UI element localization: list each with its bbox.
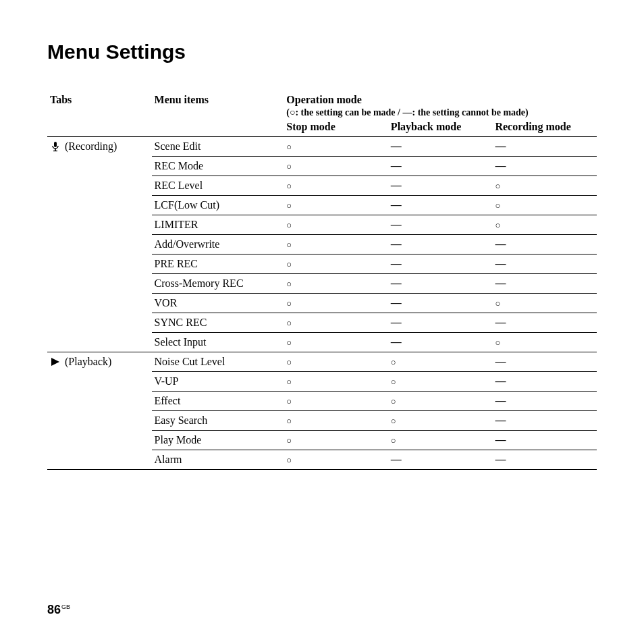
tab-cell bbox=[47, 294, 152, 313]
page-num: 86 bbox=[47, 603, 61, 616]
tab-cell bbox=[47, 411, 152, 431]
playback-cell bbox=[388, 215, 493, 235]
recording-cell bbox=[492, 196, 597, 215]
playback-cell bbox=[388, 352, 493, 372]
table-row: LIMITER bbox=[47, 215, 597, 235]
col-tabs: Tabs bbox=[47, 90, 152, 137]
opmode-label: Operation mode bbox=[286, 94, 362, 105]
table-row: Add/Overwrite bbox=[47, 235, 597, 254]
recording-cell bbox=[492, 411, 597, 431]
playback-cell bbox=[388, 372, 493, 392]
menu-item: Alarm bbox=[152, 450, 284, 470]
playback-cell bbox=[388, 176, 493, 196]
table-row: Play Mode bbox=[47, 431, 597, 450]
tab-cell bbox=[47, 333, 152, 352]
table-row: REC Mode bbox=[47, 157, 597, 176]
page-region: GB bbox=[61, 603, 70, 610]
menu-item: Play Mode bbox=[152, 431, 284, 450]
recording-cell bbox=[492, 137, 597, 157]
playback-cell bbox=[388, 137, 493, 157]
menu-item: Easy Search bbox=[152, 411, 284, 431]
tab-cell bbox=[47, 176, 152, 196]
tab-cell bbox=[47, 254, 152, 274]
table-row: PRE REC bbox=[47, 254, 597, 274]
table-row: Effect bbox=[47, 392, 597, 411]
menu-item: LIMITER bbox=[152, 215, 284, 235]
recording-cell bbox=[492, 274, 597, 294]
recording-cell bbox=[492, 313, 597, 333]
playback-cell bbox=[388, 392, 493, 411]
page-title: Menu Settings bbox=[47, 41, 597, 63]
tab-cell bbox=[47, 392, 152, 411]
recording-cell bbox=[492, 450, 597, 470]
stop-cell bbox=[284, 235, 388, 254]
stop-cell bbox=[284, 333, 388, 352]
table-row: VOR bbox=[47, 294, 597, 313]
recording-cell bbox=[492, 333, 597, 352]
stop-cell bbox=[284, 137, 388, 157]
playback-cell bbox=[388, 294, 493, 313]
tab-label: (Recording) bbox=[65, 140, 117, 153]
recording-cell bbox=[492, 157, 597, 176]
menu-item: PRE REC bbox=[152, 254, 284, 274]
stop-cell bbox=[284, 313, 388, 333]
playback-cell bbox=[388, 411, 493, 431]
table-row: Select Input bbox=[47, 333, 597, 352]
tab-cell: (Playback) bbox=[47, 352, 152, 372]
tab-cell bbox=[47, 431, 152, 450]
table-row: (Playback)Noise Cut Level bbox=[47, 352, 597, 372]
stop-cell bbox=[284, 372, 388, 392]
menu-item: Select Input bbox=[152, 333, 284, 352]
table-row: REC Level bbox=[47, 176, 597, 196]
playback-cell bbox=[388, 235, 493, 254]
recording-cell bbox=[492, 215, 597, 235]
menu-item: REC Mode bbox=[152, 157, 284, 176]
table-row: V-UP bbox=[47, 372, 597, 392]
recording-cell bbox=[492, 235, 597, 254]
stop-cell bbox=[284, 294, 388, 313]
col-playback: Playback mode bbox=[388, 119, 493, 137]
recording-cell bbox=[492, 294, 597, 313]
tab-cell bbox=[47, 274, 152, 294]
menu-item: Add/Overwrite bbox=[152, 235, 284, 254]
table-row: LCF(Low Cut) bbox=[47, 196, 597, 215]
table-row: Cross-Memory REC bbox=[47, 274, 597, 294]
svg-rect-2 bbox=[53, 151, 57, 151]
menu-item: LCF(Low Cut) bbox=[152, 196, 284, 215]
play-icon bbox=[50, 356, 61, 367]
tab-cell bbox=[47, 313, 152, 333]
opmode-legend: (○: the setting can be made / —: the set… bbox=[286, 107, 528, 117]
tab-cell bbox=[47, 196, 152, 215]
tab-cell bbox=[47, 450, 152, 470]
stop-cell bbox=[284, 274, 388, 294]
menu-item: REC Level bbox=[152, 176, 284, 196]
table-row: Alarm bbox=[47, 450, 597, 470]
playback-cell bbox=[388, 254, 493, 274]
svg-rect-1 bbox=[55, 149, 56, 151]
stop-cell bbox=[284, 254, 388, 274]
recording-cell bbox=[492, 176, 597, 196]
stop-cell bbox=[284, 215, 388, 235]
recording-cell bbox=[492, 254, 597, 274]
tab-cell: (Recording) bbox=[47, 137, 152, 157]
menu-item: Noise Cut Level bbox=[152, 352, 284, 372]
playback-cell bbox=[388, 431, 493, 450]
svg-rect-0 bbox=[54, 142, 57, 147]
tab-cell bbox=[47, 372, 152, 392]
table-row: (Recording)Scene Edit bbox=[47, 137, 597, 157]
recording-cell bbox=[492, 431, 597, 450]
tab-cell bbox=[47, 157, 152, 176]
playback-cell bbox=[388, 196, 493, 215]
menu-item: SYNC REC bbox=[152, 313, 284, 333]
mic-icon bbox=[50, 141, 61, 152]
stop-cell bbox=[284, 157, 388, 176]
recording-cell bbox=[492, 372, 597, 392]
menu-item: V-UP bbox=[152, 372, 284, 392]
stop-cell bbox=[284, 176, 388, 196]
col-opmode: Operation mode (○: the setting can be ma… bbox=[284, 90, 597, 119]
menu-item: Scene Edit bbox=[152, 137, 284, 157]
tab-cell bbox=[47, 235, 152, 254]
col-stop: Stop mode bbox=[284, 119, 388, 137]
stop-cell bbox=[284, 352, 388, 372]
settings-table: Tabs Menu items Operation mode (○: the s… bbox=[47, 90, 597, 470]
